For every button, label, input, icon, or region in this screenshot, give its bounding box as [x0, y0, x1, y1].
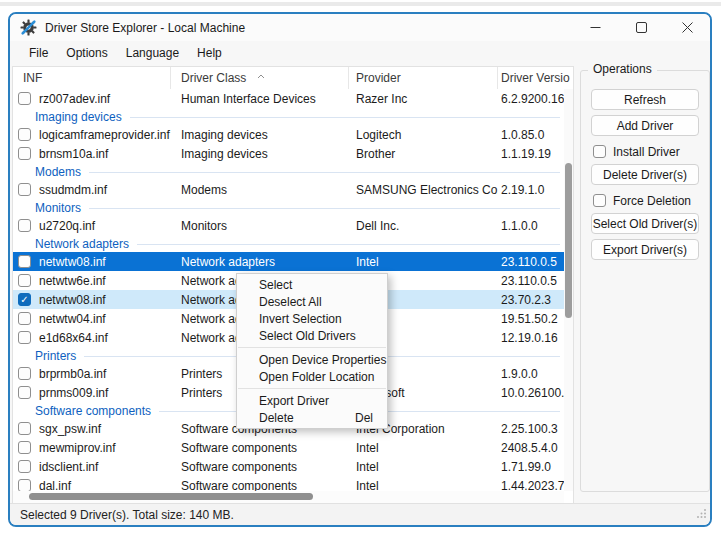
- row-checkbox[interactable]: [18, 183, 31, 196]
- row-checkbox[interactable]: [18, 460, 31, 473]
- table-row[interactable]: u2720q.infMonitorsDell Inc.1.1.0.0: [13, 216, 564, 235]
- inf-cell: netwtw6e.inf: [39, 274, 106, 288]
- row-checkbox[interactable]: [18, 312, 31, 325]
- context-menu-item-deselect-all[interactable]: Deselect All: [237, 293, 387, 310]
- menu-help[interactable]: Help: [188, 43, 231, 63]
- row-checkbox[interactable]: [18, 479, 31, 491]
- table-row[interactable]: dal.infSoftware componentsIntel1.44.2023…: [13, 476, 564, 491]
- row-checkbox[interactable]: [18, 219, 31, 232]
- select-old-driver-s-button[interactable]: Select Old Driver(s): [591, 213, 699, 234]
- export-driver-s-button[interactable]: Export Driver(s): [591, 239, 699, 260]
- version-cell: 1.9.0.0: [498, 367, 564, 381]
- driver-list-header: INF Driver Class Provider Driver Versio: [13, 67, 573, 89]
- inf-cell: brprmb0a.inf: [39, 367, 106, 381]
- group-row: Monitors: [13, 199, 564, 216]
- column-header-provider[interactable]: Provider: [349, 67, 498, 89]
- column-header-driver-class[interactable]: Driver Class: [171, 67, 349, 89]
- version-cell: 23.110.0.5: [498, 255, 564, 269]
- row-checkbox[interactable]: [18, 331, 31, 344]
- inf-cell: u2720q.inf: [39, 219, 95, 233]
- inf-cell: brnsm10a.inf: [39, 147, 108, 161]
- group-row: Imaging devices: [13, 108, 564, 125]
- version-cell: 1.71.99.0: [498, 460, 564, 474]
- version-cell: 2.19.1.0: [498, 183, 564, 197]
- row-checkbox[interactable]: [18, 128, 31, 141]
- context-menu-item-open-device-properties[interactable]: Open Device Properties: [237, 351, 387, 368]
- version-cell: 1.1.0.0: [498, 219, 564, 233]
- inf-cell: dal.inf: [39, 479, 71, 492]
- driver-class-cell: Network adapters: [171, 255, 349, 269]
- inf-cell: rz007adev.inf: [39, 92, 110, 106]
- install-driver-checkbox[interactable]: Install Driver: [593, 143, 699, 160]
- group-label: Software components: [35, 404, 151, 418]
- context-menu-item-invert-selection[interactable]: Invert Selection: [237, 310, 387, 327]
- group-label: Imaging devices: [35, 110, 122, 124]
- app-gear-icon: [20, 19, 37, 36]
- minimize-icon: [590, 22, 601, 33]
- menu-item-label: Delete: [259, 411, 294, 425]
- context-menu-item-open-folder-location[interactable]: Open Folder Location: [237, 368, 387, 385]
- menu-options[interactable]: Options: [57, 43, 116, 63]
- row-checkbox[interactable]: [18, 92, 31, 105]
- close-button[interactable]: [664, 14, 710, 41]
- driver-class-cell: Software components: [171, 479, 349, 492]
- menu-item-label: Open Device Properties: [259, 353, 386, 367]
- row-checkbox[interactable]: [18, 441, 31, 454]
- status-bar: Selected 9 Driver(s). Total size: 140 MB…: [10, 503, 710, 525]
- version-cell: 23.70.2.3: [498, 293, 564, 307]
- minimize-button[interactable]: [572, 14, 618, 41]
- vertical-scrollbar[interactable]: [564, 89, 573, 491]
- menu-bar: File Options Language Help: [10, 41, 710, 64]
- menu-file[interactable]: File: [20, 43, 57, 63]
- provider-cell: Intel: [349, 479, 498, 492]
- driver-class-cell: Monitors: [171, 219, 349, 233]
- group-line: [89, 208, 560, 209]
- horizontal-scrollbar[interactable]: [13, 491, 564, 503]
- vertical-scrollbar-thumb[interactable]: [565, 163, 572, 318]
- refresh-button[interactable]: Refresh: [591, 89, 699, 110]
- operations-panel-title: Operations: [588, 62, 657, 76]
- version-cell: 10.0.26100.1: [498, 386, 564, 400]
- operations-body: RefreshAdd DriverInstall DriverDelete Dr…: [581, 71, 709, 265]
- row-checkbox[interactable]: [18, 386, 31, 399]
- version-cell: 1.1.19.19: [498, 147, 564, 161]
- horizontal-scrollbar-thumb[interactable]: [29, 493, 313, 500]
- table-row[interactable]: idsclient.infSoftware componentsIntel1.7…: [13, 457, 564, 476]
- context-menu-item-select[interactable]: Select: [237, 276, 387, 293]
- row-checkbox[interactable]: [18, 367, 31, 380]
- row-checkbox[interactable]: [18, 255, 31, 268]
- table-row[interactable]: rz007adev.infHuman Interface DevicesRaze…: [13, 89, 564, 108]
- checkbox-label: Install Driver: [613, 145, 680, 159]
- table-row[interactable]: ssudmdm.infModemsSAMSUNG Electronics Co.…: [13, 180, 564, 199]
- delete-driver-s-button[interactable]: Delete Driver(s): [591, 164, 699, 185]
- table-row[interactable]: netwtw08.infNetwork adaptersIntel23.110.…: [13, 252, 564, 271]
- table-row[interactable]: brnsm10a.infImaging devicesBrother1.1.19…: [13, 144, 564, 163]
- row-checkbox[interactable]: ✓: [18, 293, 31, 306]
- column-header-driver-version[interactable]: Driver Versio: [498, 67, 573, 89]
- provider-cell: Brother: [349, 147, 498, 161]
- provider-cell: SAMSUNG Electronics Co., Ltd.: [349, 183, 498, 197]
- row-checkbox[interactable]: [18, 274, 31, 287]
- context-menu-item-export-driver[interactable]: Export Driver: [237, 392, 387, 409]
- provider-cell: Intel: [349, 460, 498, 474]
- force-deletion-checkbox[interactable]: Force Deletion: [593, 192, 699, 209]
- maximize-icon: [636, 22, 647, 33]
- inf-cell: sgx_psw.inf: [39, 422, 101, 436]
- menu-language[interactable]: Language: [117, 43, 188, 63]
- resize-grip[interactable]: [696, 508, 707, 522]
- context-menu-item-select-old-drivers[interactable]: Select Old Drivers: [237, 327, 387, 344]
- menu-shortcut: Del: [355, 411, 373, 425]
- menu-item-label: Select Old Drivers: [259, 329, 356, 343]
- row-checkbox[interactable]: [18, 147, 31, 160]
- add-driver-button[interactable]: Add Driver: [591, 115, 699, 136]
- operations-panel: Operations RefreshAdd DriverInstall Driv…: [580, 70, 710, 492]
- table-row[interactable]: mewmiprov.infSoftware componentsIntel240…: [13, 438, 564, 457]
- column-header-inf[interactable]: INF: [13, 67, 171, 89]
- context-menu-item-delete[interactable]: DeleteDel: [237, 409, 387, 426]
- app-window: Driver Store Explorer - Local Machine Fi…: [8, 12, 712, 527]
- table-row[interactable]: logicamframeprovider.infImaging devicesL…: [13, 125, 564, 144]
- inf-cell: netwtw04.inf: [39, 312, 106, 326]
- maximize-button[interactable]: [618, 14, 664, 41]
- driver-class-cell: Imaging devices: [171, 147, 349, 161]
- row-checkbox[interactable]: [18, 422, 31, 435]
